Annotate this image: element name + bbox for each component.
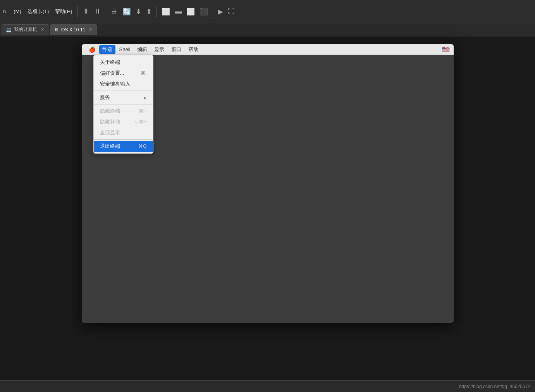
tab-bar: 💻 我的计算机 ✕ 🖥 OS X 10.11 ✕ bbox=[0, 23, 535, 36]
tab-osx[interactable]: 🖥 OS X 10.11 ✕ bbox=[50, 24, 97, 35]
tab-my-computer-label: 我的计算机 bbox=[14, 26, 37, 33]
status-url: https://blog.csdn.net/qq_45025572 bbox=[459, 384, 530, 389]
tab-my-computer-close[interactable]: ✕ bbox=[40, 27, 45, 33]
edit-menu-item[interactable]: 编辑 bbox=[134, 45, 150, 54]
flag-icon: 🇺🇸 bbox=[442, 46, 450, 53]
menu-secure-keyboard-label: 安全键盘输入 bbox=[100, 80, 130, 87]
mac-menubar: 🍎 终端 Shell 编辑 显示 窗口 帮助 🇺🇸 bbox=[82, 44, 454, 55]
menubar-tab[interactable]: 选项卡(T) bbox=[24, 7, 52, 17]
menu-preferences-shortcut: ⌘, bbox=[141, 70, 146, 76]
menu-quit-terminal[interactable]: 退出终端 ⌘Q bbox=[94, 141, 153, 152]
download-button[interactable]: ⬇ bbox=[133, 6, 144, 17]
menu-about-terminal[interactable]: 关于终端 bbox=[94, 57, 153, 68]
menu-quit-terminal-shortcut: ⌘Q bbox=[138, 144, 146, 149]
refresh-button[interactable]: 🔄 bbox=[120, 6, 133, 17]
toolbar-separator-1 bbox=[77, 6, 78, 17]
menu-quit-terminal-label: 退出终端 bbox=[100, 143, 120, 150]
menu-sep-1 bbox=[94, 91, 153, 91]
menu-hide-others-label: 隐藏其他 bbox=[100, 118, 120, 125]
menu-hide-others[interactable]: 隐藏其他 ⌥⌘H bbox=[94, 116, 153, 127]
menu-hide-terminal-shortcut: ⌘H bbox=[139, 108, 147, 114]
toolbar-separator-4 bbox=[213, 6, 213, 17]
tab-my-computer[interactable]: 💻 我的计算机 ✕ bbox=[2, 24, 49, 35]
status-bar: https://blog.csdn.net/qq_45025572 bbox=[0, 380, 535, 392]
menubar-m[interactable]: (M) bbox=[10, 7, 24, 16]
view-menu-item[interactable]: 显示 bbox=[151, 45, 167, 54]
upload-button[interactable]: ⬆ bbox=[144, 6, 154, 17]
menu-services-label: 服务 bbox=[100, 94, 110, 101]
print-button[interactable]: 🖨 bbox=[108, 6, 120, 17]
menu-services[interactable]: 服务 ▶ bbox=[94, 92, 153, 103]
tab-osx-label: OS X 10.11 bbox=[61, 27, 85, 33]
terminal-menu-item[interactable]: 终端 bbox=[99, 45, 115, 54]
app-toolbar: n (M) 选项卡(T) 帮助(H) ⏸ ⏸ 🖨 🔄 ⬇ ⬆ ⬜ ▬ ⬜ ⬛ ▶… bbox=[0, 0, 535, 23]
osx-icon: 🖥 bbox=[54, 27, 59, 33]
toolbar-separator-2 bbox=[106, 6, 106, 17]
menu-secure-keyboard[interactable]: 安全键盘输入 bbox=[94, 79, 153, 89]
help-menu-item[interactable]: 帮助 bbox=[185, 45, 201, 54]
menu-preferences-label: 偏好设置... bbox=[100, 70, 124, 77]
menu-services-arrow: ▶ bbox=[144, 96, 147, 100]
split-h-button[interactable]: ⬜ bbox=[159, 6, 172, 17]
split-v-button[interactable]: ▬ bbox=[172, 6, 184, 17]
menu-about-terminal-label: 关于终端 bbox=[100, 59, 120, 66]
menubar-help[interactable]: 帮助(H) bbox=[52, 7, 75, 17]
menu-sep-2 bbox=[94, 104, 153, 104]
dropdown-menu: 关于终端 偏好设置... ⌘, 安全键盘输入 服务 ▶ 隐藏终端 ⌘H bbox=[93, 55, 153, 154]
pause-button[interactable]: ⏸ bbox=[80, 6, 92, 17]
terminal-window: 🍎 终端 Shell 编辑 显示 窗口 帮助 🇺🇸 关于终端 偏好设置... ⌘… bbox=[82, 44, 454, 323]
tab-osx-close[interactable]: ✕ bbox=[88, 27, 93, 33]
app-title: n bbox=[3, 9, 6, 14]
menu-hide-terminal-label: 隐藏终端 bbox=[100, 108, 120, 115]
pause-button-2[interactable]: ⏸ bbox=[92, 6, 103, 17]
menu-preferences[interactable]: 偏好设置... ⌘, bbox=[94, 68, 153, 79]
window-menu-item[interactable]: 窗口 bbox=[168, 45, 184, 54]
fullscreen-button[interactable]: ⛶ bbox=[225, 6, 237, 17]
menu-show-all-label: 全部显示 bbox=[100, 129, 120, 136]
computer-icon: 💻 bbox=[6, 27, 12, 33]
expand-button[interactable]: ⬜ bbox=[184, 6, 197, 17]
main-area: 🍎 终端 Shell 编辑 显示 窗口 帮助 🇺🇸 关于终端 偏好设置... ⌘… bbox=[0, 36, 535, 367]
menu-sep-3 bbox=[94, 139, 153, 140]
collapse-button[interactable]: ⬛ bbox=[197, 6, 210, 17]
menu-hide-terminal[interactable]: 隐藏终端 ⌘H bbox=[94, 106, 153, 116]
menu-show-all[interactable]: 全部显示 bbox=[94, 127, 153, 138]
toolbar-separator-3 bbox=[157, 6, 157, 17]
shell-menu-item[interactable]: Shell bbox=[116, 46, 134, 53]
menu-hide-others-shortcut: ⌥⌘H bbox=[133, 119, 147, 125]
apple-menu-button[interactable]: 🍎 bbox=[86, 46, 98, 53]
terminal-button[interactable]: ▶ bbox=[215, 6, 225, 17]
